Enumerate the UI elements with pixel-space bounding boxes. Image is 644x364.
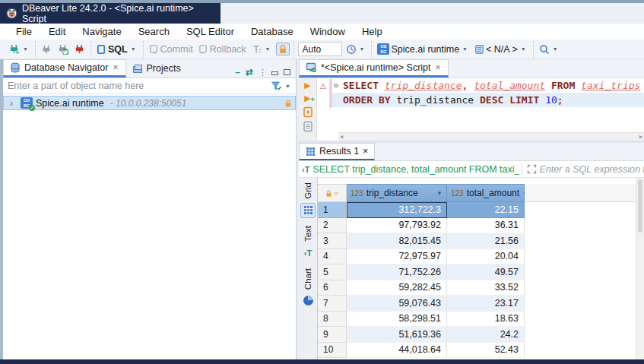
chevron-down-icon[interactable]: ▼ [358,46,366,52]
menu-file[interactable]: File [8,24,40,39]
row-number[interactable]: 7 [318,296,347,312]
menu-sql-editor[interactable]: SQL Editor [178,24,243,39]
expander-icon[interactable]: › [10,98,17,109]
new-connection-button[interactable]: + ▼ [7,43,31,55]
expression-filter-placeholder[interactable]: Enter a SQL expression to [539,164,644,175]
tree-item-connection[interactable]: › OD BC ✓ Spice.ai runtime - 10.0.0.238:… [3,96,296,110]
menu-help[interactable]: Help [354,24,391,39]
grid-row[interactable]: 1044,018.6452.43 [318,343,644,359]
transaction-log-button[interactable]: ▼ [344,43,368,55]
grid-cell[interactable]: 59,076.43 [347,296,447,312]
tab-grid[interactable] [300,203,316,218]
row-number[interactable]: 5 [318,264,347,280]
grid-row[interactable]: 659,282.4533.52 [318,280,644,296]
grid-row[interactable]: 1312,722.322.15 [318,202,644,218]
reconnect-button[interactable] [56,43,70,55]
menu-edit[interactable]: Edit [40,24,74,39]
grid-cell[interactable]: 312,722.3 [347,202,447,218]
minimize-panel-icon[interactable] [271,71,278,75]
grid-cell[interactable]: 18.63 [447,312,525,328]
schema-selector[interactable]: < N/A > ▼ [473,43,529,55]
grid-row[interactable]: 382,015.4521.56 [318,233,644,249]
row-number[interactable]: 4 [318,249,347,265]
grid-cell[interactable]: 21.56 [447,233,525,249]
connect-button[interactable] [40,43,53,55]
grid-cell[interactable]: 51,619.36 [347,327,447,343]
row-number[interactable]: 1 [318,202,347,218]
connection-readonly-toggle[interactable] [276,43,290,55]
filter-funnel-icon[interactable] [271,81,282,91]
tab-grid-label[interactable]: Grid [303,182,312,199]
tab-chart[interactable] [300,293,316,309]
maximize-panel-icon[interactable] [284,69,290,75]
chevron-down-icon[interactable]: ▼ [551,46,560,52]
tab-text-label[interactable]: Text [303,226,312,242]
chevron-down-icon[interactable]: ▼ [264,46,272,52]
grid-cell[interactable]: 58,298.51 [347,312,447,328]
code-area[interactable]: ⊖SELECT trip_distance, total_amount FROM… [329,78,644,141]
title-bar-active-region[interactable]: DBeaver Lite 24.2.0 - <Spice.ai runtime>… [0,3,220,24]
search-button[interactable]: ▼ [538,43,561,55]
tab-text[interactable]: ‹T [300,245,316,261]
row-number[interactable]: 8 [318,312,347,328]
chevron-down-icon[interactable]: ▼ [461,46,469,52]
menu-search[interactable]: Search [130,24,178,39]
close-icon[interactable]: × [363,146,368,157]
grid-row[interactable]: 759,076.4323.17 [318,296,644,312]
tab-results-1[interactable]: Results 1 × [299,143,375,160]
execute-new-tab-icon[interactable]: ▶+ [304,93,310,103]
menu-navigate[interactable]: Navigate [74,24,129,39]
tab-sql-script[interactable]: *<Spice.ai runtime> Script × [299,59,449,78]
grid-cell[interactable]: 36.31 [447,218,525,234]
grid-cell[interactable]: 72,975.97 [347,249,447,265]
link-editor-icon[interactable]: ⇄ [246,67,253,78]
chevron-down-icon[interactable]: ▼ [129,46,138,52]
minimize-view-icon[interactable]: – [235,67,240,78]
scrollbar-thumb[interactable] [638,179,642,233]
grid-cell[interactable]: 71,752.26 [347,264,447,280]
grid-row[interactable]: 858,298.5118.63 [318,312,644,328]
sql-line[interactable]: ORDER BY trip_distance DESC LIMIT 10; [329,93,644,107]
object-filter-input[interactable] [3,81,271,91]
column-filter-icon[interactable]: ▼ [436,190,443,197]
chevron-down-icon[interactable]: ▼ [519,46,528,52]
close-icon[interactable]: × [435,62,442,73]
grid-cell[interactable]: 33.52 [447,280,525,296]
explain-plan-icon[interactable] [303,121,313,132]
grid-row[interactable]: 472,975.9720.04 [318,249,644,265]
chevron-down-icon[interactable]: ▼ [21,46,30,52]
open-sql-editor-button[interactable]: SQL ▼ [95,43,139,55]
view-menu-icon[interactable]: ⋮ [259,68,266,78]
execute-statement-icon[interactable]: ▶ [304,81,310,90]
grid-cell[interactable]: 52.43 [447,343,525,359]
editor-horizontal-scrollbar[interactable]: ◀ ▶ [338,132,644,141]
row-number[interactable]: 9 [318,327,347,343]
grid-cell[interactable]: 82,015.45 [347,233,447,249]
row-number[interactable]: 6 [318,280,347,296]
expand-icon[interactable] [527,164,537,174]
transaction-mode-button[interactable]: ▼ [250,43,274,55]
column-header-trip-distance[interactable]: 123 trip_distance ▼ [347,184,447,202]
execute-script-icon[interactable] [303,106,313,118]
tab-chart-label[interactable]: Chart [303,268,312,290]
tab-database-navigator[interactable]: Database Navigator × [3,59,126,78]
sql-line[interactable]: ⊖SELECT trip_distance, total_amount FROM… [329,78,644,93]
grid-cell[interactable]: 97,793.92 [347,218,447,234]
grid-cell[interactable]: 23.17 [447,296,525,312]
menu-database[interactable]: Database [243,24,302,39]
grid-vertical-scrollbar[interactable] [636,178,644,359]
chevron-down-icon[interactable]: ▼ [284,84,292,89]
grid-row[interactable]: 571,752.2649.57 [318,264,644,280]
connection-selector[interactable]: OD BC Spice.ai runtime ▼ [376,43,471,55]
grid-row[interactable]: 297,793.9236.31 [318,218,644,234]
commit-button[interactable]: Commit [148,43,195,55]
column-header-total-amount[interactable]: 123 total_amount ▼ [447,184,525,202]
row-number[interactable]: 3 [318,233,347,249]
close-icon[interactable]: × [112,62,119,73]
tab-projects[interactable]: Projects [126,59,187,78]
grid-cell[interactable]: 22.15 [447,202,525,218]
grid-cell[interactable]: 49.57 [447,264,525,280]
grid-row[interactable]: 951,619.3624.2 [318,327,644,343]
grid-cell[interactable]: 24.2 [447,327,525,343]
grid-cell[interactable]: 44,018.64 [347,343,447,359]
